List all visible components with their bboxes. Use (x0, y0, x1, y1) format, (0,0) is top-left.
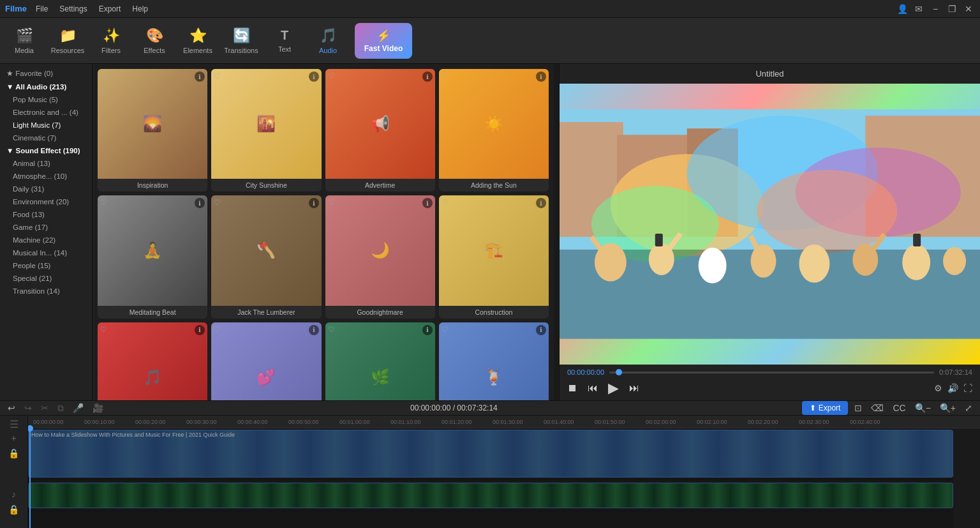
hamburger-icon[interactable]: ☰ (10, 418, 19, 430)
timeline-left-panel: ☰ + 🔒 ♪ 🔒 🔈 🔒 (0, 416, 28, 528)
delete-button[interactable]: ⌫ (868, 402, 886, 414)
sidebar-electronic[interactable]: Electronic and ... (4) (0, 106, 92, 119)
audio-heart-construction[interactable]: ♡ (442, 198, 449, 207)
lock-icon[interactable]: 🔒 (8, 448, 19, 458)
fast-video-button[interactable]: ⚡ Fast Video (355, 23, 412, 59)
audio-heart-romantic-inspiration[interactable]: ♡ (214, 325, 221, 334)
audio-heart-jack-the-lumberer[interactable]: ♡ (214, 198, 221, 207)
timeline-main[interactable]: 00:00:00:00 00:00:10:00 00:00:20:00 00:0… (28, 416, 980, 528)
sidebar-favorite[interactable]: ★ Favorite (0) (0, 66, 92, 80)
menu-file[interactable]: File (31, 3, 53, 15)
user-icon[interactable]: 👤 (896, 3, 909, 15)
video-track-bar[interactable]: How to Make a Slideshow With Pictures an… (28, 430, 953, 478)
export-button[interactable]: ⬆ Export (802, 401, 849, 415)
audio-heart-goodnightmare[interactable]: ♡ (328, 198, 335, 207)
zoom-out-button[interactable]: 🔍− (912, 402, 933, 414)
sidebar-game[interactable]: Game (17) (0, 221, 92, 234)
audio-track-bar[interactable] (28, 483, 953, 508)
audio-info-btn-romantic-inspiration[interactable]: ℹ (309, 325, 319, 335)
minimize-button[interactable]: − (929, 3, 942, 15)
audio-card-pina-colada[interactable]: 🍹 ♡ ℹ Pina Colada (439, 322, 549, 401)
sidebar-environment[interactable]: Environment (20) (0, 195, 92, 208)
audio-info-btn-jack-the-lumberer[interactable]: ℹ (309, 198, 319, 208)
audio-card-jack-the-lumberer[interactable]: 🪓 ♡ ℹ Jack The Lumberer (211, 195, 321, 318)
audio-heart-pina-colada[interactable]: ♡ (442, 325, 449, 334)
sidebar-musical-in[interactable]: Musical In... (14) (0, 246, 92, 259)
audio-card-city-sunshine[interactable]: 🌇 ♡ ℹ City Sunshine (211, 69, 321, 192)
sidebar-pop-music[interactable]: Pop Music (5) (0, 93, 92, 106)
restore-button[interactable]: ❐ (946, 3, 958, 15)
sidebar-cinematic[interactable]: Cinematic (7) (0, 132, 92, 144)
sidebar-atmosphere[interactable]: Atmosphe... (10) (0, 170, 92, 183)
record-audio-button[interactable]: 🎤 (70, 402, 86, 414)
prev-frame-button[interactable]: ⏮ (588, 382, 598, 394)
audio-heart-advertime[interactable]: ♡ (328, 72, 335, 80)
stop-button[interactable]: ⏹ (567, 382, 577, 394)
lock-icon-2[interactable]: 🔒 (8, 504, 19, 515)
sidebar-animal[interactable]: Animal (13) (0, 157, 92, 170)
captions-button[interactable]: CC (890, 402, 908, 414)
audio-heart-beat-one[interactable]: ♡ (100, 325, 107, 334)
audio-card-meditating-beat[interactable]: 🧘 ♡ ℹ Meditating Beat (98, 195, 207, 318)
audio-info-btn-goodnightmare[interactable]: ℹ (422, 198, 433, 208)
audio-card-romantic-inspiration[interactable]: 💕 ♡ ℹ Romantic Inspiration (211, 322, 321, 401)
close-button[interactable]: ✕ (962, 3, 975, 15)
grid-scrollbar[interactable] (554, 64, 559, 400)
audio-card-goodnightmare[interactable]: 🌙 ♡ ℹ Goodnightmare (325, 195, 435, 318)
menu-settings[interactable]: Settings (54, 3, 92, 15)
split-button[interactable]: ⊡ (852, 402, 865, 414)
toolbar-media[interactable]: 🎬 Media (3, 19, 46, 63)
toolbar-audio[interactable]: 🎵 Audio (306, 19, 350, 63)
mail-icon[interactable]: ✉ (912, 3, 925, 15)
audio-info-btn-pond[interactable]: ℹ (422, 325, 433, 335)
sidebar-transition[interactable]: Transition (14) (0, 285, 92, 298)
redo-button[interactable]: ↪ (22, 402, 34, 414)
sidebar-food[interactable]: Food (13) (0, 208, 92, 221)
audio-info-btn-beat-one[interactable]: ℹ (195, 325, 205, 335)
playhead[interactable] (29, 428, 31, 528)
menu-help[interactable]: Help (127, 3, 153, 15)
audio-card-adding-the-sun[interactable]: ☀️ ♡ ℹ Adding the Sun (439, 69, 549, 192)
audio-info-btn-adding-the-sun[interactable]: ℹ (536, 72, 546, 82)
fit-button[interactable]: ⤢ (962, 402, 975, 414)
audio-card-pond[interactable]: 🌿 ♡ ℹ Pond (325, 322, 435, 401)
sidebar-sound-effect[interactable]: ▼ Sound Effect (190) (0, 144, 92, 157)
audio-info-btn-advertime[interactable]: ℹ (422, 72, 433, 82)
volume-icon[interactable]: 🔊 (947, 383, 958, 393)
audio-heart-meditating-beat[interactable]: ♡ (100, 198, 107, 207)
audio-info-btn-city-sunshine[interactable]: ℹ (309, 72, 319, 82)
audio-heart-adding-the-sun[interactable]: ♡ (442, 72, 449, 80)
settings-icon[interactable]: ⚙ (934, 383, 942, 393)
sidebar-daily[interactable]: Daily (31) (0, 183, 92, 195)
zoom-in-button[interactable]: 🔍+ (937, 402, 958, 414)
menu-export[interactable]: Export (94, 3, 126, 15)
record-video-button[interactable]: 🎥 (90, 402, 106, 414)
audio-info-btn-pina-colada[interactable]: ℹ (536, 325, 546, 335)
sidebar-light-music[interactable]: Light Music (7) (0, 119, 92, 132)
audio-card-construction[interactable]: 🏗️ ♡ ℹ Construction (439, 195, 549, 318)
preview-progress-bar[interactable] (609, 372, 934, 373)
toolbar-elements[interactable]: ⭐ Elements (176, 19, 219, 63)
sidebar-special[interactable]: Special (21) (0, 272, 92, 285)
sidebar-all-audio[interactable]: ▼ All Audio (213) (0, 80, 92, 93)
audio-heart-inspiration[interactable]: ♡ (100, 72, 107, 80)
toolbar-text[interactable]: T Text (263, 19, 306, 63)
sidebar-machine[interactable]: Machine (22) (0, 234, 92, 246)
toolbar-transitions[interactable]: 🔄 Transitions (219, 19, 263, 63)
toolbar-filters[interactable]: ✨ Filters (89, 19, 133, 63)
cut-button[interactable]: ✂ (38, 402, 51, 414)
play-button[interactable]: ▶ (608, 380, 619, 396)
audio-heart-city-sunshine[interactable]: ♡ (214, 72, 221, 80)
add-track-icon[interactable]: + (11, 433, 16, 443)
audio-card-advertime[interactable]: 📢 ♡ ℹ Advertime (325, 69, 435, 192)
copy-button[interactable]: ⧉ (55, 402, 66, 415)
sidebar-people[interactable]: People (15) (0, 259, 92, 272)
audio-card-inspiration[interactable]: 🌄 ♡ ℹ Inspiration (98, 69, 207, 192)
next-frame-button[interactable]: ⏭ (629, 382, 639, 394)
fullscreen-icon[interactable]: ⛶ (963, 383, 972, 393)
undo-button[interactable]: ↩ (5, 402, 18, 414)
audio-heart-pond[interactable]: ♡ (328, 325, 335, 334)
toolbar-effects[interactable]: 🎨 Effects (133, 19, 176, 63)
audio-card-beat-one[interactable]: 🎵 ♡ ℹ Beat One (98, 322, 207, 401)
toolbar-resources[interactable]: 📁 Resources (46, 19, 89, 63)
